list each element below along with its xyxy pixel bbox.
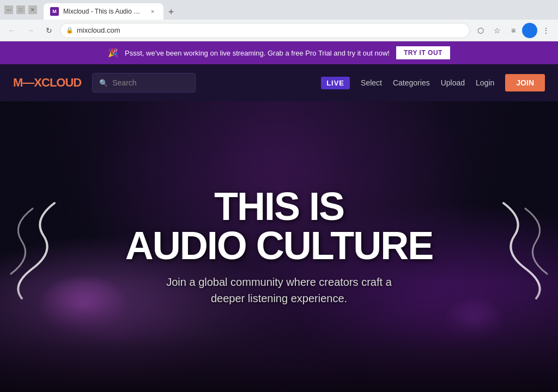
promo-emoji: 🎉 (108, 48, 118, 58)
tab-title: Mixcloud - This is Audio Cultu... (63, 8, 144, 15)
refresh-icon: ↻ (46, 26, 52, 35)
lock-icon: 🔒 (66, 27, 74, 34)
bookmark-button[interactable]: ☆ (489, 23, 505, 38)
close-button[interactable]: ✕ (28, 5, 37, 14)
upload-link[interactable]: Upload (441, 78, 465, 87)
nav-actions: ⬡ ☆ ≡ ⋮ (473, 23, 554, 38)
forward-icon: → (27, 26, 34, 35)
login-button[interactable]: Login (476, 78, 494, 87)
website-content: 🎉 Pssst, we've been working on live stre… (0, 41, 558, 392)
media-button[interactable]: ≡ (506, 23, 521, 38)
try-it-out-button[interactable]: TRY IT OUT (396, 46, 450, 59)
promo-text: Pssst, we've been working on live stream… (125, 49, 390, 57)
select-link[interactable]: Select (361, 78, 382, 87)
new-tab-button[interactable]: + (163, 4, 179, 20)
nav-links: Select Categories Upload (361, 78, 465, 87)
search-icon: 🔍 (99, 79, 108, 87)
window-controls: — □ ✕ (4, 5, 37, 14)
hero-subtitle: Join a global community where creators c… (125, 274, 433, 307)
browser-nav-bar: ← → ↻ 🔒 mixcloud.com ⬡ ☆ ≡ ⋮ (0, 20, 558, 41)
hero-section: THIS IS AUDIO CULTURE Join a global comm… (0, 101, 558, 392)
menu-button[interactable]: ⋮ (538, 23, 554, 38)
hero-content: THIS IS AUDIO CULTURE Join a global comm… (125, 187, 433, 307)
back-button[interactable]: ← (4, 23, 20, 38)
categories-link[interactable]: Categories (393, 78, 430, 87)
promo-banner: 🎉 Pssst, we've been working on live stre… (0, 41, 558, 64)
browser-chrome: — □ ✕ M Mixcloud - This is Audio Cultu..… (0, 0, 558, 41)
maximize-button[interactable]: □ (16, 5, 25, 14)
search-bar-container: 🔍 (92, 73, 196, 93)
hero-title-line2: AUDIO CULTURE (125, 226, 433, 265)
profile-circle[interactable] (522, 23, 537, 38)
back-icon: ← (8, 26, 16, 35)
address-bar[interactable]: 🔒 mixcloud.com (60, 23, 470, 38)
hero-title-line1: THIS IS (125, 187, 433, 226)
hero-subtitle-line1: Join a global community where creators c… (166, 276, 392, 288)
tab-favicon: M (50, 7, 59, 16)
refresh-button[interactable]: ↻ (41, 23, 57, 38)
browser-title-bar: — □ ✕ M Mixcloud - This is Audio Cultu..… (0, 0, 558, 20)
search-input[interactable] (112, 78, 189, 87)
cast-button[interactable]: ⬡ (473, 23, 488, 38)
live-badge[interactable]: LIVE (321, 77, 350, 89)
join-button[interactable]: JOIN (505, 74, 545, 91)
minimize-button[interactable]: — (4, 5, 13, 14)
forward-button[interactable]: → (23, 23, 38, 38)
hero-subtitle-line2: deeper listening experience. (211, 292, 347, 304)
mixcloud-logo[interactable]: M—XCLOUD (13, 76, 81, 90)
tab-close-button[interactable]: × (148, 7, 157, 16)
browser-tabs: M Mixcloud - This is Audio Cultu... × + (44, 0, 554, 20)
site-nav: M—XCLOUD 🔍 LIVE Select Categories Upload… (0, 64, 558, 101)
active-tab[interactable]: M Mixcloud - This is Audio Cultu... × (44, 3, 163, 20)
url-text: mixcloud.com (77, 26, 120, 34)
